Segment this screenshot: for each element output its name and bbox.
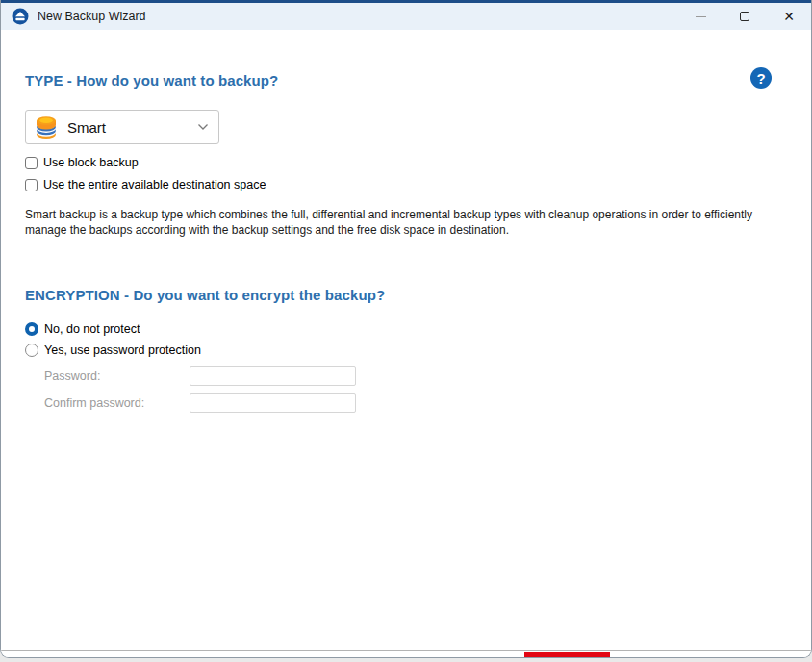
use-password-row[interactable]: Yes, use password protection (25, 344, 201, 357)
use-entire-space-checkbox[interactable] (25, 179, 38, 191)
maximize-icon (740, 12, 749, 21)
use-block-backup-row[interactable]: Use block backup (25, 156, 139, 169)
no-protect-radio[interactable] (25, 322, 38, 336)
red-highlight-annotation (524, 652, 610, 658)
chevron-down-icon (197, 123, 209, 131)
app-logo-icon (12, 8, 29, 25)
confirm-password-input[interactable] (190, 393, 356, 413)
use-block-backup-checkbox[interactable] (25, 157, 38, 169)
titlebar[interactable]: New Backup Wizard ✕ (1, 3, 811, 30)
help-icon: ? (756, 70, 765, 87)
footer-separator (1, 650, 811, 651)
close-icon: ✕ (783, 10, 795, 23)
window-title: New Backup Wizard (38, 10, 146, 23)
password-label: Password: (44, 369, 100, 383)
use-entire-space-row[interactable]: Use the entire available destination spa… (25, 178, 266, 191)
help-button[interactable]: ? (750, 67, 772, 89)
use-block-backup-label: Use block backup (43, 156, 139, 169)
type-section-heading: TYPE - How do you want to backup? (25, 72, 278, 89)
no-protect-label: No, do not protect (44, 322, 140, 336)
confirm-password-label: Confirm password: (44, 396, 144, 410)
use-entire-space-label: Use the entire available destination spa… (43, 178, 266, 191)
backup-type-dropdown[interactable]: Smart (25, 110, 219, 144)
wizard-content: ? TYPE - How do you want to backup? Smar… (1, 30, 811, 657)
maximize-button[interactable] (723, 3, 767, 30)
use-password-label: Yes, use password protection (44, 344, 201, 357)
minimize-icon (696, 16, 706, 17)
use-password-radio[interactable] (25, 344, 38, 357)
new-backup-wizard-window: New Backup Wizard ✕ ? TYPE - How do you … (0, 0, 812, 658)
no-protect-row[interactable]: No, do not protect (25, 322, 140, 336)
smart-backup-description: Smart backup is a backup type which comb… (25, 208, 766, 238)
backup-type-value: Smart (67, 119, 197, 136)
backup-type-disk-stack-icon (34, 115, 59, 140)
password-input[interactable] (190, 366, 356, 386)
encryption-section-heading: ENCRYPTION - Do you want to encrypt the … (25, 287, 385, 303)
minimize-button (678, 3, 723, 30)
close-button[interactable]: ✕ (767, 3, 811, 30)
